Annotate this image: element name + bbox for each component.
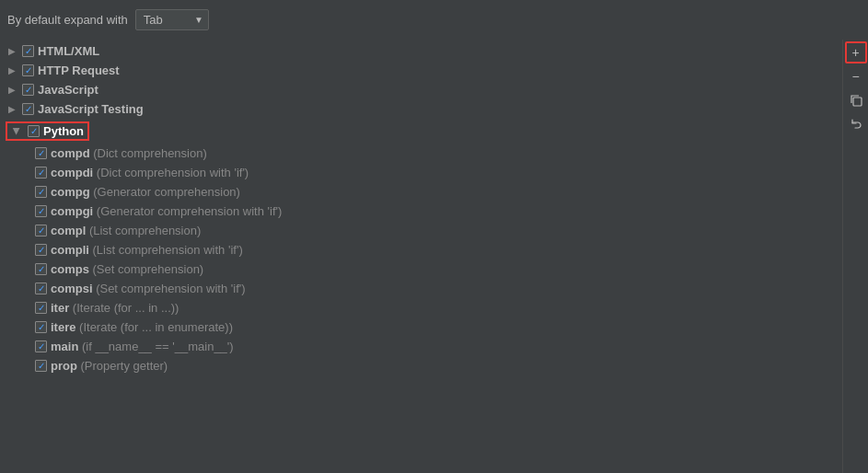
checkbox-compg[interactable] [35, 186, 47, 198]
item-label-compg: compg (Generator comprehension) [51, 185, 240, 199]
tree-item-prop[interactable]: prop (Property getter) [29, 356, 842, 375]
checkbox-comps[interactable] [35, 263, 47, 275]
side-toolbar: + − [842, 40, 868, 473]
expand-arrow-python[interactable]: ▶ [11, 125, 24, 138]
tree-item-compl[interactable]: compl (List comprehension) [29, 221, 842, 240]
item-label-main: main (if __name__ == '__main__') [51, 340, 234, 353]
checkbox-http-request[interactable] [22, 64, 34, 76]
checkbox-html-xml[interactable] [22, 45, 34, 57]
item-label-prop: prop (Property getter) [51, 359, 168, 373]
tree-children-python: compd (Dict comprehension)compdi (Dict c… [0, 144, 842, 375]
checkbox-compgi[interactable] [35, 205, 47, 217]
checkbox-javascript-testing[interactable] [22, 103, 34, 115]
item-label-compl: compl (List comprehension) [51, 224, 201, 237]
item-label-compgi: compgi (Generator comprehension with 'if… [51, 204, 282, 218]
copy-button[interactable] [845, 89, 867, 111]
tree-group-http-request[interactable]: ▶HTTP Request [0, 61, 842, 80]
checkbox-compl[interactable] [35, 225, 47, 236]
item-label-itere: itere (Iterate (for ... in enumerate)) [51, 320, 233, 334]
tree-group-python[interactable]: ▶Python [0, 119, 842, 144]
tree-item-compli[interactable]: compli (List comprehension with 'if') [29, 240, 842, 260]
expand-dropdown-wrapper[interactable]: Tab Space Enter ▼ [135, 9, 209, 30]
expand-arrow-javascript[interactable]: ▶ [6, 84, 18, 97]
main-content: ▶HTML/XML▶HTTP Request▶JavaScript▶JavaSc… [0, 40, 868, 473]
undo-button[interactable] [845, 113, 867, 135]
checkbox-compsi[interactable] [35, 283, 47, 294]
checkbox-javascript[interactable] [22, 84, 34, 96]
item-label-compsi: compsi (Set comprehension with 'if') [51, 282, 246, 295]
expand-arrow-http-request[interactable]: ▶ [6, 64, 18, 77]
item-label-comps: comps (Set comprehension) [51, 262, 203, 276]
checkbox-prop[interactable] [35, 360, 47, 372]
add-button[interactable]: + [845, 41, 867, 63]
checkbox-compdi[interactable] [35, 167, 47, 179]
svg-rect-0 [853, 98, 862, 106]
expand-dropdown[interactable]: Tab Space Enter [135, 9, 209, 30]
checkbox-compd[interactable] [35, 147, 47, 159]
remove-button[interactable]: − [845, 65, 867, 87]
item-label-iter: iter (Iterate (for ... in ...)) [51, 301, 179, 315]
tree-item-compsi[interactable]: compsi (Set comprehension with 'if') [29, 279, 842, 298]
tree-item-main[interactable]: main (if __name__ == '__main__') [29, 337, 842, 356]
tree-item-comps[interactable]: comps (Set comprehension) [29, 260, 842, 279]
tree-item-compdi[interactable]: compdi (Dict comprehension with 'if') [29, 163, 842, 182]
tree-item-iter[interactable]: iter (Iterate (for ... in ...)) [29, 298, 842, 317]
checkbox-itere[interactable] [35, 321, 47, 333]
tree-group-javascript[interactable]: ▶JavaScript [0, 80, 842, 99]
expand-arrow-html-xml[interactable]: ▶ [6, 45, 18, 58]
checkbox-iter[interactable] [35, 302, 47, 314]
tree-group-javascript-testing[interactable]: ▶JavaScript Testing [0, 99, 842, 119]
item-label-compdi: compdi (Dict comprehension with 'if') [51, 166, 249, 179]
checkbox-compli[interactable] [35, 244, 47, 256]
item-label-compd: compd (Dict comprehension) [51, 146, 207, 160]
tree-item-compgi[interactable]: compgi (Generator comprehension with 'if… [29, 202, 842, 221]
python-highlight-border: ▶Python [6, 121, 89, 141]
tree-item-compg[interactable]: compg (Generator comprehension) [29, 182, 842, 202]
tree-item-itere[interactable]: itere (Iterate (for ... in enumerate)) [29, 317, 842, 337]
tree-panel[interactable]: ▶HTML/XML▶HTTP Request▶JavaScript▶JavaSc… [0, 40, 842, 473]
item-label-compli: compli (List comprehension with 'if') [51, 243, 243, 257]
expand-arrow-javascript-testing[interactable]: ▶ [6, 103, 18, 116]
tree-item-compd[interactable]: compd (Dict comprehension) [29, 144, 842, 163]
tree-group-html-xml[interactable]: ▶HTML/XML [0, 41, 842, 61]
header-bar: By default expand with Tab Space Enter ▼ [0, 0, 868, 40]
checkbox-main[interactable] [35, 340, 47, 352]
checkbox-python[interactable] [28, 125, 40, 137]
expand-label: By default expand with [7, 13, 128, 27]
